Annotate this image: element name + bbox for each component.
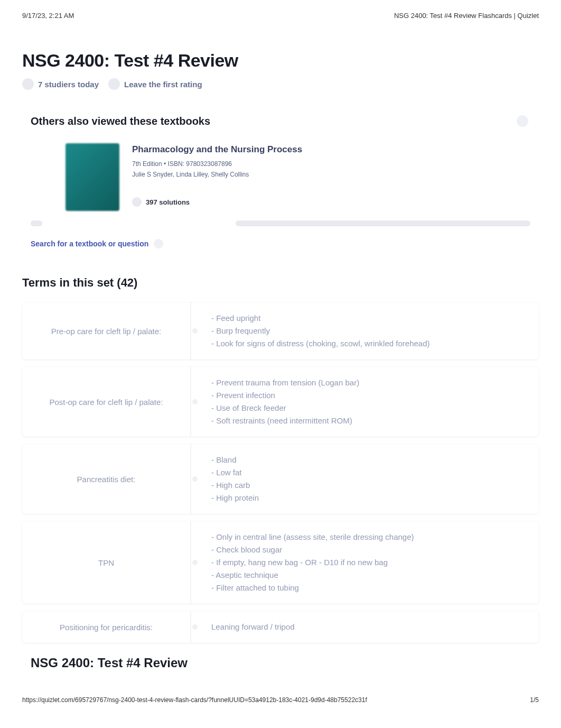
term-card[interactable]: Pancreatitis diet: - Bland- Low fat- Hig… [22,444,539,514]
textbooks-section: Others also viewed these textbooks Pharm… [22,115,539,248]
scroll-dot [31,220,42,226]
textbook-edition: 7th Edition [132,160,162,168]
marker-icon [192,399,198,404]
textbooks-heading: Others also viewed these textbooks [22,115,539,127]
studiers-meta[interactable]: 7 studiers today [22,78,99,90]
term-text: Post-op care for cleft lip / palate: [22,367,191,437]
textbook-authors: Julie S Snyder, Linda Lilley, Shelly Col… [132,171,302,178]
print-timestamp: 9/17/23, 2:21 AM [22,12,74,20]
textbook-title: Pharmacology and the Nursing Process [132,144,302,155]
terms-heading: Terms in this set (42) [22,276,539,290]
term-card[interactable]: Pre-op care for cleft lip / palate: - Fe… [22,302,539,360]
page-title: NSG 2400: Test #4 Review [22,50,539,71]
definition-text: Leaning forward / tripod [199,611,539,643]
studiers-text: 7 studiers today [38,80,99,89]
star-icon [108,78,120,90]
textbook-meta: 7th Edition • ISBN: 9780323087896 [132,160,302,168]
rating-meta[interactable]: Leave the first rating [108,78,202,90]
print-footer: https://quizlet.com/695729767/nsg-2400-t… [22,696,539,704]
card-marker [191,302,199,360]
scroll-indicator [22,220,539,226]
term-card[interactable]: Post-op care for cleft lip / palate: - P… [22,367,539,437]
term-card[interactable]: TPN - Only in central line (assess site,… [22,521,539,604]
marker-icon [192,624,198,630]
meta-row: 7 studiers today Leave the first rating [22,78,539,90]
textbook-thumbnail [66,143,119,211]
search-link[interactable]: Search for a textbook or question [31,239,148,248]
term-text: Positioning for pericarditis: [22,611,191,643]
term-text: Pre-op care for cleft lip / palate: [22,302,191,360]
search-arrow-icon [154,239,163,248]
card-marker [191,611,199,643]
term-text: TPN [22,521,191,604]
textbook-solutions: 397 solutions [132,197,302,207]
verified-icon [132,197,142,207]
main-content: NSG 2400: Test #4 Review 7 studiers toda… [0,25,561,670]
marker-icon [192,328,198,334]
card-marker [191,444,199,514]
solutions-count: 397 solutions [146,198,190,206]
search-row[interactable]: Search for a textbook or question [22,239,539,248]
textbook-isbn: ISBN: 9780323087896 [168,160,232,168]
marker-icon [192,560,198,565]
close-icon[interactable] [517,115,528,127]
rating-text: Leave the first rating [124,80,202,89]
textbook-card[interactable]: Pharmacology and the Nursing Process 7th… [22,143,539,211]
scroll-track[interactable] [236,220,530,226]
card-marker [191,367,199,437]
textbook-info: Pharmacology and the Nursing Process 7th… [132,143,302,211]
footer-title: NSG 2400: Test #4 Review [22,656,539,670]
footer-url: https://quizlet.com/695729767/nsg-2400-t… [22,696,367,704]
definition-text: - Prevent trauma from tension (Logan bar… [199,367,539,437]
card-marker [191,521,199,604]
print-header: 9/17/23, 2:21 AM NSG 2400: Test #4 Revie… [0,0,561,25]
definition-text: - Feed upright- Burp frequently- Look fo… [199,302,539,360]
definition-text: - Bland- Low fat- High carb- High protei… [199,444,539,514]
terms-list: Pre-op care for cleft lip / palate: - Fe… [22,302,539,643]
studiers-icon [22,78,34,90]
footer-page: 1/5 [530,696,539,704]
term-text: Pancreatitis diet: [22,444,191,514]
term-card[interactable]: Positioning for pericarditis: Leaning fo… [22,611,539,643]
definition-text: - Only in central line (assess site, ste… [199,521,539,604]
marker-icon [192,476,198,482]
print-doc-title: NSG 2400: Test #4 Review Flashcards | Qu… [394,12,539,20]
